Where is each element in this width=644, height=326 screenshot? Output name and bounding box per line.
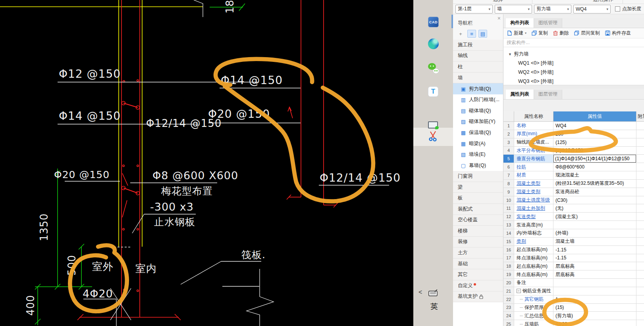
edge-icon[interactable]	[428, 38, 439, 49]
wechat-icon[interactable]	[428, 63, 439, 73]
floor-select[interactable]: 第-1层 ▾	[455, 5, 493, 13]
property-table: 属性名称 属性值 附加 1名称WQ4 2厚度(mm)250 3轴线距左墙皮...…	[503, 111, 644, 326]
property-row[interactable]: 24汇总信息(剪力墙)	[503, 312, 644, 320]
property-row[interactable]: 3轴线距左墙皮...(125)	[503, 138, 644, 147]
tab-property-list[interactable]: 属性列表	[506, 90, 534, 99]
property-row[interactable]: 20备注	[503, 279, 644, 287]
nav-section-hollow-floor[interactable]: 空心楼盖	[453, 215, 503, 226]
list-view-icon[interactable]: ≡	[467, 30, 476, 38]
collapse-minus-icon[interactable]: −	[517, 289, 521, 293]
cad-app-icon[interactable]: CAD	[428, 17, 439, 27]
category-select[interactable]: 墙 ▾	[495, 5, 532, 13]
screen-share-icon[interactable]	[428, 121, 438, 128]
vertical-rebar-input[interactable]	[553, 155, 636, 163]
nav-item-hidden-beam[interactable]: ▦ 暗梁(A)	[453, 138, 503, 149]
property-row[interactable]: 13泵送高度(m)	[503, 221, 644, 229]
property-row[interactable]: 18起点底标高(m)层底标高	[503, 262, 644, 270]
gtj-window: 选择 通用操作 第-1层 ▾ 墙 ▾ 剪力墙 ▾ WQ4 ▾ 点加长度	[453, 0, 644, 326]
nav-section-other[interactable]: 其它	[453, 269, 503, 280]
type-select[interactable]: 剪力墙 ▾	[534, 5, 571, 13]
property-row[interactable]: 14内/外墙标志(外墙)	[503, 229, 644, 238]
tab-component-list[interactable]: 构件列表	[506, 18, 534, 28]
outdoor-label: 室外	[92, 261, 114, 272]
nav-section-prefab[interactable]: 装配式	[453, 204, 503, 215]
property-row-group[interactable]: 21−钢筋业务属性	[503, 287, 644, 295]
nav-item-shear-wall[interactable]: ▣ 剪力墙(Q)	[453, 83, 503, 94]
search-input[interactable]: 搜索构件...	[503, 38, 644, 47]
nav-section-beam[interactable]: 梁	[453, 182, 503, 193]
screenshot-scissors-icon[interactable]	[428, 130, 438, 143]
property-row[interactable]: 7材质现浇混凝土	[503, 171, 644, 180]
nav-item-masonry-wall[interactable]: ▤ 砌体墙(Q)	[453, 105, 503, 117]
property-row[interactable]: 16起点顶标高(m)-1.15	[503, 246, 644, 254]
plum-pattern-label: 梅花型布置	[161, 185, 213, 197]
property-row[interactable]: 15类别混凝土墙	[503, 238, 644, 246]
property-row[interactable]: 1名称WQ4	[503, 122, 644, 130]
tree-item-wq1[interactable]: WQ1 <0> [外墙]	[503, 59, 644, 68]
nav-item-masonry-reinforce[interactable]: ▨ 砌体加筋(Y)	[453, 116, 503, 127]
ribbon-group-common: 通用操作	[593, 0, 613, 3]
nav-section-earthwork[interactable]: 土方	[453, 247, 503, 259]
nav-section-stairs[interactable]: 楼梯	[453, 226, 503, 237]
nav-section-wall[interactable]: 墙	[453, 73, 503, 84]
masonry-wall-icon: ▤	[461, 108, 466, 114]
property-row[interactable]: 10混凝土强度等级(C30)	[503, 196, 644, 205]
dim-500: 500	[66, 255, 78, 276]
tab-drawing-management[interactable]: 图纸管理	[534, 18, 562, 28]
property-row[interactable]: 17终点顶标高(m)-1.15	[503, 254, 644, 263]
property-row[interactable]: 23保护层厚...(15)	[503, 304, 644, 312]
property-row[interactable]: 6拉筋Φ8@600*600	[503, 163, 644, 171]
nav-section-pit-support[interactable]: 基坑支护	[453, 291, 503, 303]
property-row[interactable]: 11混凝土外加剂(无)	[503, 204, 644, 213]
nav-section-slab[interactable]: 板	[453, 193, 503, 204]
tree-group-shear-wall[interactable]: ▼ 剪力墙	[503, 50, 644, 59]
nav-item-wall-pier[interactable]: ▧ 墙垛(E)	[453, 149, 503, 160]
raft-slab-label: 筏板.	[241, 249, 266, 261]
nav-section-custom[interactable]: 自定义	[453, 280, 503, 291]
property-row[interactable]: 9混凝土类别泵送商品砼	[503, 188, 644, 196]
point-add-length-label: 点加长度	[622, 6, 641, 12]
property-row[interactable]: 12泵送类型(混凝土泵)	[503, 213, 644, 221]
nav-item-curtain-wall[interactable]: ▢ 幕墙(Q)	[453, 160, 503, 171]
property-row[interactable]: 4水平分布钢筋(2)Φ12@150	[503, 147, 644, 155]
delete-button[interactable]: 删除	[553, 30, 569, 36]
tree-item-wq3[interactable]: WQ3 <0> [外墙]	[503, 77, 644, 85]
property-row[interactable]: 25压墙筋4Φ20	[503, 320, 644, 326]
cad-canvas[interactable]: Φ12 @150 Φ14 @150 Φ12/14 @150 Φ14 @150 Φ…	[0, 0, 413, 326]
nav-section-construction[interactable]: 施工段	[453, 40, 503, 51]
property-row-selected[interactable]: 5垂直分布钢筋	[503, 155, 644, 163]
pin-icon[interactable]: +	[456, 30, 465, 38]
property-row[interactable]: 2厚度(mm)250	[503, 130, 644, 138]
nav-item-civil-defense-wall[interactable]: ▥ 人防门框墙(...	[453, 94, 503, 105]
leader-lines-white	[58, 0, 389, 326]
property-row[interactable]: 22其它钢筋1	[503, 295, 644, 304]
nav-section-axis[interactable]: 轴线	[453, 51, 503, 62]
header-property-extra: 附加	[636, 111, 644, 122]
component-select[interactable]: WQ4 ▾	[573, 5, 611, 13]
save-component-button[interactable]: 构件存盘	[605, 30, 631, 36]
rebar-label-v14-circled: Φ14 @150	[221, 74, 283, 87]
copy-button[interactable]: 复制	[532, 30, 548, 36]
keyboard-icon[interactable]	[428, 290, 438, 298]
point-add-length-checkbox[interactable]	[615, 6, 620, 12]
nav-section-column[interactable]: 柱	[453, 61, 503, 73]
nav-item-insulation-wall[interactable]: ▩ 保温墙(Q)	[453, 127, 503, 138]
new-page-icon	[507, 31, 512, 36]
nav-section-openings[interactable]: 门窗洞	[453, 171, 503, 182]
nav-section-decoration[interactable]: 装修	[453, 237, 503, 248]
chevron-left-icon[interactable]: <	[418, 289, 422, 296]
tab-layer-management[interactable]: 图层管理	[534, 90, 562, 99]
panel-divider	[503, 85, 644, 89]
tree-item-wq2[interactable]: WQ2 <0> [外墙]	[503, 68, 644, 77]
nav-section-foundation[interactable]: 基础	[453, 259, 503, 270]
new-button[interactable]: 新建 ▾	[507, 30, 526, 36]
t-app-icon[interactable]: T	[428, 86, 438, 97]
property-row[interactable]: 19终点底标高(m)层底标高	[503, 270, 644, 279]
close-icon[interactable]: ×	[497, 15, 501, 21]
component-toolbar: 新建 ▾ 复制	[503, 28, 644, 38]
floor-copy-button[interactable]: 层间复制	[574, 30, 600, 36]
property-row[interactable]: 8混凝土类型(粒径31.5砼32.5级坍落度35~50)	[503, 180, 644, 188]
ime-language-indicator[interactable]: 英	[430, 301, 438, 312]
detail-view-icon[interactable]: ▤	[478, 30, 487, 38]
dim-400: 400	[25, 295, 37, 316]
